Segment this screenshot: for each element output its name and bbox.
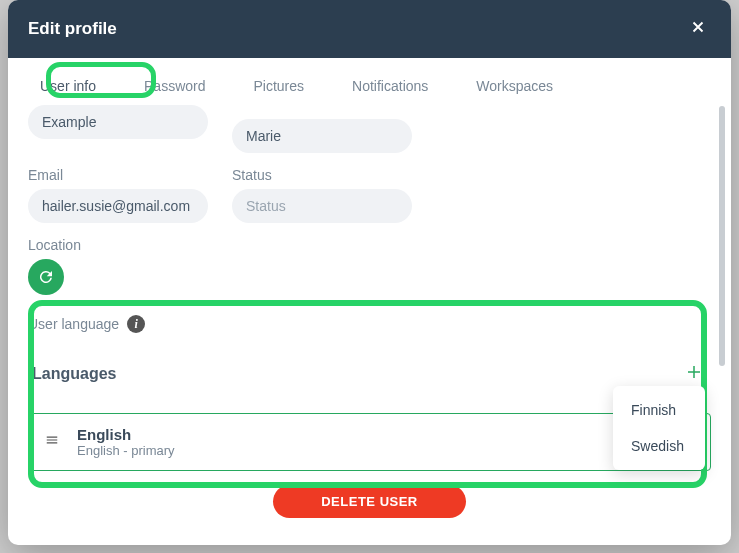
tab-pictures[interactable]: Pictures [240, 70, 319, 102]
first-name-field: First Name [232, 105, 412, 153]
languages-title: Languages [32, 365, 116, 383]
modal-title: Edit profile [28, 19, 117, 39]
location-label: Location [28, 237, 711, 253]
dropdown-item-finnish[interactable]: Finnish [613, 392, 705, 428]
languages-title-row: Languages [28, 359, 711, 389]
last-name-field [28, 105, 208, 153]
language-subtitle: English - primary [77, 443, 175, 458]
edit-profile-modal: Edit profile User info Password Pictures… [8, 0, 731, 545]
refresh-icon [37, 268, 55, 286]
scrollbar-thumb[interactable] [719, 106, 725, 366]
status-label: Status [232, 167, 412, 183]
location-field-wrap: Location [28, 237, 711, 295]
tabs-bar: User info Password Pictures Notification… [8, 58, 731, 103]
tab-workspaces[interactable]: Workspaces [462, 70, 567, 102]
status-field-wrap: Status [232, 167, 412, 223]
delete-row: DELETE USER [28, 471, 711, 536]
location-refresh-button[interactable] [28, 259, 64, 295]
language-item[interactable]: English English - primary [28, 413, 711, 471]
email-label: Email [28, 167, 208, 183]
tab-user-info[interactable]: User info [26, 70, 110, 102]
language-section-header: User language i [28, 315, 711, 333]
add-language-button[interactable] [681, 359, 707, 389]
language-section-label: User language [28, 316, 119, 332]
email-field-wrap: Email [28, 167, 208, 223]
language-dropdown: Finnish Swedish [613, 386, 705, 470]
status-input[interactable] [232, 189, 412, 223]
delete-user-button[interactable]: DELETE USER [273, 485, 466, 518]
modal-header: Edit profile [8, 0, 731, 58]
email-input[interactable] [28, 189, 208, 223]
language-item-text: English English - primary [77, 426, 175, 458]
last-name-input[interactable] [28, 105, 208, 139]
tab-notifications[interactable]: Notifications [338, 70, 442, 102]
modal-content: First Name Email Status Location User la… [8, 103, 731, 545]
dropdown-item-swedish[interactable]: Swedish [613, 428, 705, 464]
tab-password[interactable]: Password [130, 70, 219, 102]
plus-icon [685, 363, 703, 381]
info-icon[interactable]: i [127, 315, 145, 333]
close-button[interactable] [685, 14, 711, 44]
close-icon [689, 18, 707, 36]
drag-handle-icon[interactable] [45, 433, 59, 451]
first-name-input[interactable] [232, 119, 412, 153]
language-name: English [77, 426, 175, 443]
